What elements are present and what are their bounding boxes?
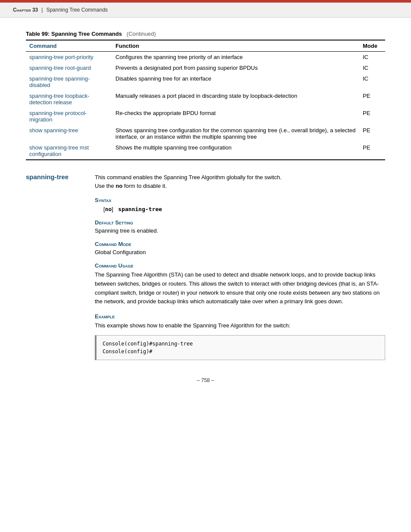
chapter-number: Chapter 33 (13, 7, 38, 13)
chapter-title: Spanning Tree Commands (46, 7, 108, 13)
table-cell-mode: PE (359, 142, 385, 160)
mode-text: Global Configuration (95, 249, 385, 255)
desc-line2: Use the (95, 183, 114, 189)
syntax-block: [no] spanning-tree (103, 206, 385, 212)
example-text: This example shows how to enable the Spa… (95, 321, 385, 330)
table-col-mode: Mode (359, 40, 385, 52)
command-name: spanning-tree (26, 173, 95, 180)
desc-line3: form to disable it. (124, 183, 167, 189)
table-cell-command[interactable]: show spanning-tree mst configuration (26, 142, 112, 160)
table-cell-function: Re-checks the appropriate BPDU format (112, 108, 359, 125)
usage-heading: Command Usage (95, 262, 385, 269)
table-cell-function: Prevents a designated port from passing … (112, 62, 359, 73)
mode-heading: Command Mode (95, 241, 385, 247)
table-row: spanning-tree protocol-migrationRe-check… (26, 108, 385, 125)
table-row: spanning-tree root-guardPrevents a desig… (26, 62, 385, 73)
code-block: Console(config)#spanning-tree Console(co… (95, 335, 385, 360)
table-title: Table 99: Spanning Tree Commands (Contin… (26, 31, 385, 37)
table-cell-command[interactable]: spanning-tree root-guard (26, 62, 112, 73)
table-cell-mode: IC (359, 73, 385, 90)
default-heading: Default Setting (95, 219, 385, 226)
command-section: spanning-tree This command enables the S… (26, 173, 385, 360)
main-content: Table 99: Spanning Tree Commands (Contin… (0, 18, 411, 409)
header-separator: | (41, 7, 43, 13)
table-cell-function: Shows the multiple spanning tree configu… (112, 142, 359, 160)
page-footer: – 758 – (26, 377, 385, 392)
code-line1: Console(config)#spanning-tree (103, 341, 193, 347)
table-cell-mode: IC (359, 52, 385, 63)
command-name-row: spanning-tree This command enables the S… (26, 173, 385, 190)
table-cell-command[interactable]: spanning-tree spanning-disabled (26, 73, 112, 90)
table-cell-command[interactable]: spanning-tree protocol-migration (26, 108, 112, 125)
table-cell-mode: PE (359, 90, 385, 108)
section-indent: Syntax [no] spanning-tree Default Settin… (95, 197, 385, 360)
table-cell-mode: PE (359, 108, 385, 125)
table-row: spanning-tree spanning-disabledDisables … (26, 73, 385, 90)
table-row: spanning-tree port-priorityConfigures th… (26, 52, 385, 63)
chapter-header: Chapter 33 | Spanning Tree Commands (0, 3, 411, 18)
table-cell-function: Disables spanning tree for an interface (112, 73, 359, 90)
table-name-label: Table 99: Spanning Tree Commands (26, 31, 122, 37)
table-cell-command[interactable]: spanning-tree port-priority (26, 52, 112, 63)
table-col-command: Command (26, 40, 112, 52)
table-cell-command[interactable]: spanning-tree loopback-detection release (26, 90, 112, 108)
table-row: spanning-tree loopback-detection release… (26, 90, 385, 108)
table-cell-function: Manually releases a port placed in disca… (112, 90, 359, 108)
table-cell-function: Configures the spanning tree priority of… (112, 52, 359, 63)
syntax-bracket-close: ] (112, 206, 113, 212)
page-number: – 758 – (197, 377, 214, 383)
desc-no: no (115, 183, 122, 189)
table-continued-label: (Continued) (124, 31, 156, 37)
table-header-row: Command Function Mode (26, 40, 385, 52)
table-cell-mode: IC (359, 62, 385, 73)
table-cell-command[interactable]: show spanning-tree (26, 125, 112, 142)
syntax-no: no (105, 206, 112, 212)
desc-line1: This command enables the Spanning Tree A… (95, 174, 282, 180)
table-cell-function: Shows spanning tree configuration for th… (112, 125, 359, 142)
code-content: Console(config)#spanning-tree Console(co… (103, 340, 379, 355)
table-row: show spanning-tree mst configurationShow… (26, 142, 385, 160)
table-cell-mode: PE (359, 125, 385, 142)
syntax-heading: Syntax (95, 197, 385, 203)
table-row: show spanning-treeShows spanning tree co… (26, 125, 385, 142)
command-description: This command enables the Spanning Tree A… (95, 173, 385, 190)
default-text: Spanning tree is enabled. (95, 227, 385, 234)
commands-table: Command Function Mode spanning-tree port… (26, 40, 385, 160)
syntax-cmd: spanning-tree (115, 206, 162, 212)
table-col-function: Function (112, 40, 359, 52)
usage-text: The Spanning Tree Algorithm (STA) can be… (95, 271, 385, 306)
example-heading: Example (95, 313, 385, 320)
code-line2: Console(config)# (103, 348, 153, 355)
